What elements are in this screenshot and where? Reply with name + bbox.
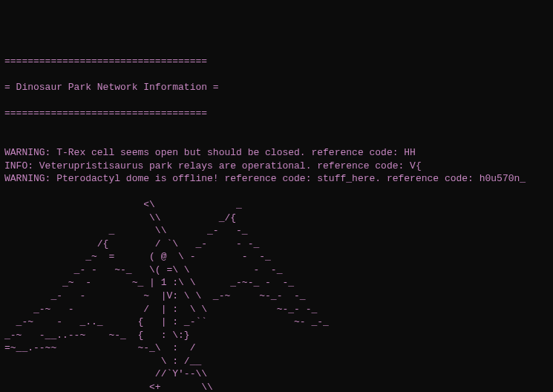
ascii-line-3: /{ / `\ _- - -_ [4,238,549,251]
header-title: = Dinosaur Park Network Information = [4,81,549,94]
log-line-1: WARNING: T-Rex cell seems open but shoul… [4,146,549,160]
ascii-line-7: _- - ~ |V: \ \ _-~ ~-_- -_ [4,290,549,303]
ascii-line-10: _-~ -__..--~ ~-_ { : \:} [4,329,549,342]
log-line-3: WARNING: Pterodactyl dome is offline! re… [4,172,549,186]
ascii-line-5: _- - ~-_ \( =\ \ - -_ [4,264,549,277]
ascii-line-4: _~ = ( @ \ - - -_ [4,250,549,264]
ascii-line-8: _-~ - / | : \ \ ~-_- -_ [4,303,549,316]
header-border-bottom: =================================== [4,107,549,120]
ascii-line-13: //`Y'--\\ [4,368,549,381]
ascii-line-6: _~ - ~_ | 1 :\ \ _-~-_ - -_ [4,276,549,290]
ascii-line-1: \\ _/{ [4,212,549,225]
ascii-line-9: _-~ - _.._ { | : _-`` ~- _-_ [4,316,549,329]
ascii-line-11: =~__.--~~ ~-_\ : / [4,342,549,355]
ascii-line-2: _ \\ _- -_ [4,224,549,238]
header-border-top: =================================== [4,55,549,68]
log-line-0 [4,133,549,146]
ascii-line-12: \ : /__ [4,355,549,368]
ascii-line-14: <+ \\ [4,381,549,392]
ascii-line-0: <\ _ [4,198,549,212]
log-line-2: INFO: Veterupristisaurus park relays are… [4,160,549,173]
